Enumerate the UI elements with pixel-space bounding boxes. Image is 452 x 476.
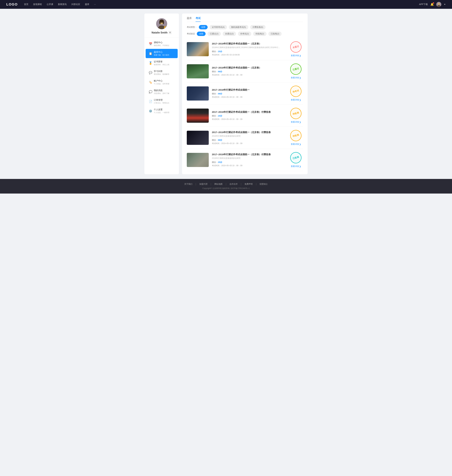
sidebar-item-qa-sub: 课后重温、疑难解答 — [154, 73, 174, 75]
exam-title-6: 2017–2018年行测证件考试全国统一（北京卷）付费批卷 — [212, 153, 286, 156]
view-detail-3[interactable]: 查看详情 ❯ — [291, 98, 301, 101]
sidebar-item-messages[interactable]: 💭 我的消息 消息通知、及时了解 — [146, 87, 178, 96]
app-download-link[interactable]: APP下载 — [419, 3, 428, 6]
sidebar-item-question-bank-sub: 海量习题、助力通关 — [154, 54, 174, 56]
exam-score-5: 得分：99分 — [212, 139, 286, 142]
exam-thumbnail-1 — [187, 42, 209, 56]
sidebar-item-account[interactable]: 🏷️ 账户中心 个人权益、实时掌握 — [146, 78, 178, 87]
footer-link-disclaimer[interactable]: 免费声明 — [245, 183, 253, 185]
notification-bell[interactable]: 🔔 — [430, 3, 434, 6]
nav-question-bank[interactable]: 题库 — [85, 2, 89, 7]
footer-link-partners[interactable]: 合作伙伴 — [229, 183, 238, 185]
status-filter-pending-review[interactable]: 待批阅(2) — [253, 32, 266, 36]
sidebar-profile: 🏅 Natalie Smith 图 — [144, 14, 179, 37]
footer-link-join[interactable]: 招贤纳士 — [259, 183, 268, 185]
type-filter-random[interactable]: 随机抽题考试(5) — [229, 25, 248, 29]
exam-status-area-3: 待考试 查看详情 ❯ — [289, 86, 303, 101]
footer: 关于我们 | 加盟代理 | 网站地图 | 合作伙伴 | 免费声明 | 招贤纳士 … — [0, 179, 452, 194]
exam-thumbnail-2 — [187, 64, 209, 78]
nav-more[interactable]: ··· — [94, 2, 96, 7]
nav-courses[interactable]: 发现课程 — [33, 2, 42, 7]
navbar-dropdown-icon[interactable]: ▼ — [444, 3, 446, 6]
stamp-text-3: 待考试 — [292, 89, 299, 93]
exam-desc-1: 2018年行测考试是最值得多去研究 2018年行测考试是最值得多去研究 2018… — [212, 46, 286, 49]
medal-icon: 🏅 — [149, 61, 152, 65]
table-row: 2017–2018年行测证件考试全国统一（北京卷）付费批卷 2018年行测考试是… — [187, 149, 303, 171]
sidebar-username: Natalie Smith 图 — [152, 31, 172, 34]
status-filter-label: 考试状态 — [187, 32, 195, 35]
main-tabs: 题库 考试 — [187, 17, 303, 22]
exam-info-4: 2017–2018年行测证件考试全国统一（北京卷）付费批卷 得分：25分 考试时… — [212, 111, 286, 121]
sidebar-item-settings[interactable]: ⚙️ 个人设置 个人信息、一键管理 — [146, 106, 178, 116]
navbar-right: APP下载 🔔 ▼ — [419, 2, 446, 7]
sidebar-item-qa[interactable]: 💬 学习问答 课后重温、疑难解答 — [146, 68, 178, 77]
view-detail-5[interactable]: 查看详情 ❯ — [291, 143, 301, 146]
exam-title-1: 2017–2018年行测证件考试全国统一（北京卷） — [212, 42, 286, 45]
calendar-icon: 📅 — [149, 42, 152, 46]
exam-info-6: 2017–2018年行测证件考试全国统一（北京卷）付费批卷 2018年行测考试是… — [212, 153, 286, 167]
view-detail-2[interactable]: 查看详情 ❯ — [291, 76, 301, 79]
status-filter-pending-exam[interactable]: 待考试(2) — [238, 32, 251, 36]
sidebar-item-question-bank-title: 题库中心 — [154, 51, 174, 54]
exam-status-area-6: 已批阅 查看详情 ❯ — [289, 152, 303, 168]
user-avatar[interactable] — [436, 2, 441, 7]
view-detail-4[interactable]: 查看详情 ❯ — [291, 121, 301, 123]
sidebar-item-settings-title: 个人设置 — [154, 108, 174, 111]
type-filter-certificate[interactable]: 证书类考试(4) — [210, 25, 227, 29]
tab-exam[interactable]: 考试 — [196, 17, 200, 22]
view-detail-6[interactable]: 查看详情 ❯ — [291, 165, 301, 168]
type-filter-paid[interactable]: 付费批卷(6) — [250, 25, 266, 29]
exam-score-4: 得分：25分 — [212, 115, 286, 117]
navbar: LOGO 首页 发现课程 公开课 新闻资讯 问答社区 题库 ··· APP下载 … — [0, 0, 452, 9]
stamp-text-5: 待批阅 — [292, 133, 299, 138]
status-stamp-2: 已通过 — [289, 62, 303, 76]
exam-list: 2017–2018年行测证件考试全国统一（北京卷） 2018年行测考试是最值得多… — [187, 38, 303, 171]
status-filter-passed[interactable]: 已通过(2) — [207, 32, 221, 36]
exam-desc-6: 2018年行测考试是最值得多去研究 — [212, 157, 286, 160]
type-filter-all[interactable]: 全部 — [199, 25, 208, 29]
sidebar-item-account-title: 账户中心 — [154, 80, 174, 82]
logo: LOGO — [6, 2, 18, 7]
nav-news[interactable]: 新闻资讯 — [58, 2, 67, 7]
sidebar-item-question-bank[interactable]: 📋 题库中心 海量习题、助力通关 — [146, 49, 178, 58]
main-layout: 🏅 Natalie Smith 图 📅 课程中心 精彩课程，不容错过 📋 题库中… — [141, 14, 311, 174]
sidebar-item-orders-sub: 订单支出、明明白白 — [154, 102, 174, 104]
sidebar-item-certificate-sub: 收获荣誉、持证上岗 — [154, 63, 174, 66]
status-stamp-4: 待批阅 — [289, 107, 303, 120]
settings-icon: ⚙️ — [149, 109, 152, 113]
sidebar-item-course[interactable]: 📅 课程中心 精彩课程，不容错过 — [146, 39, 178, 48]
status-stamp-6: 已批阅 — [289, 151, 303, 165]
svg-point-8 — [163, 20, 164, 24]
stamp-text-1: 未通过 — [292, 45, 299, 49]
stamp-text-2: 已通过 — [292, 67, 299, 71]
status-filter-row: 考试状态 全部 已通过(2) 未通过(2) 待考试(2) 待批阅(2) 已批阅(… — [187, 32, 303, 36]
exam-thumbnail-4 — [187, 109, 209, 123]
sidebar-nav: 📅 课程中心 精彩课程，不容错过 📋 题库中心 海量习题、助力通关 🏅 证书荣誉… — [144, 37, 179, 117]
status-filter-all[interactable]: 全部 — [197, 32, 206, 36]
nav-open-course[interactable]: 公开课 — [47, 2, 53, 7]
exam-time-3: 考试时间：2019–05–03 10：09：09 — [212, 96, 286, 98]
sidebar-name-badge: 图 — [168, 31, 172, 34]
sidebar-item-certificate[interactable]: 🏅 证书荣誉 收获荣誉、持证上岗 — [146, 58, 178, 68]
footer-link-sitemap[interactable]: 网站地图 — [214, 183, 223, 185]
status-filter-reviewed[interactable]: 已批阅(2) — [268, 32, 282, 36]
nav-home[interactable]: 首页 — [24, 2, 28, 7]
footer-link-franchise[interactable]: 加盟代理 — [199, 183, 207, 185]
status-stamp-5: 待批阅 — [289, 129, 303, 143]
exam-title-2: 2017–2018年行测证件考试全国统一（北京卷） — [212, 66, 286, 69]
footer-link-about[interactable]: 关于我们 — [184, 183, 193, 185]
exam-time-5: 考试时间：2019–05–03 10：09：09 — [212, 142, 286, 145]
tab-question-bank[interactable]: 题库 — [187, 17, 192, 22]
exam-desc-5: 2018年行测考试是最值得多去研究 — [212, 135, 286, 137]
notification-dot — [433, 2, 434, 4]
stamp-text-6: 已批阅 — [292, 156, 299, 160]
exam-info-3: 2017–2018年行测证件考试全国统一 得分：99分 考试时间：2019–05… — [212, 88, 286, 98]
nav-qa[interactable]: 问答社区 — [71, 2, 80, 7]
sidebar-item-messages-sub: 消息通知、及时了解 — [154, 92, 174, 95]
status-filter-failed[interactable]: 未通过(2) — [223, 32, 236, 36]
exam-title-4: 2017–2018年行测证件考试全国统一（北京卷）付费批卷 — [212, 111, 286, 114]
view-detail-1[interactable]: 查看详情 ❯ — [291, 54, 301, 57]
sidebar-item-orders[interactable]: 📄 订单管理 订单支出、明明白白 — [146, 97, 178, 106]
sidebar-item-certificate-title: 证书荣誉 — [154, 60, 174, 63]
sidebar-item-course-sub: 精彩课程，不容错过 — [154, 44, 174, 47]
